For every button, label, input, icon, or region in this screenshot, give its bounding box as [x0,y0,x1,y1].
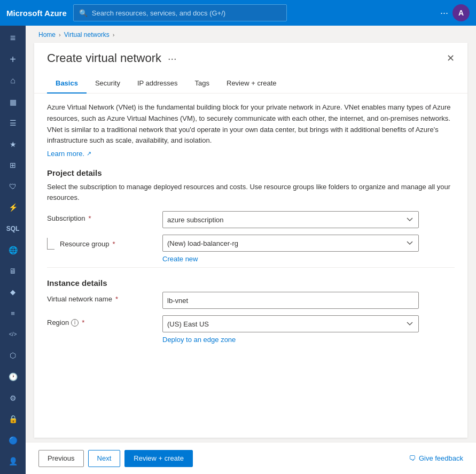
resource-group-row: Resource group * (New) load-balancer-rg … [47,235,455,263]
panel-header: Create virtual network ··· ✕ [34,43,467,65]
subscription-select[interactable]: azure subscription [162,211,419,228]
region-required: * [82,318,84,327]
previous-button[interactable]: Previous [38,450,84,467]
instance-details-heading: Instance details [47,278,455,287]
panel-more-icon[interactable]: ··· [168,52,177,65]
breadcrumb-home[interactable]: Home [38,31,56,38]
subscription-required: * [89,214,91,222]
sidebar-home-icon[interactable]: ⌂ [0,70,26,91]
sidebar: ≡ + ⌂ ▦ ☰ ★ ⊞ 🛡 ⚡ SQL 🌐 🖥 ◆ ≡ </> ⬡ 🕐 ⚙ … [0,26,26,474]
user-avatar[interactable]: A [452,4,470,21]
sidebar-menu-icon[interactable]: ☰ [0,112,26,134]
project-description: Select the subscription to manage deploy… [47,182,455,203]
sidebar-clock-icon[interactable]: 🕐 [0,366,26,387]
content-area: Home › Virtual networks › Create virtual… [26,26,476,474]
sidebar-add-icon[interactable]: + [0,49,26,71]
region-select[interactable]: (US) East US [162,315,419,332]
sidebar-shield-icon[interactable]: 🛡 [0,176,26,197]
more-options-icon[interactable]: ··· [440,7,448,19]
vnet-name-row: Virtual network name * [47,292,455,309]
azure-brand: Microsoft Azure [6,9,67,18]
give-feedback-button[interactable]: 🗨 Give feedback [409,454,463,462]
tab-security[interactable]: Security [87,74,129,94]
search-input[interactable] [92,9,281,17]
subscription-control: azure subscription [162,211,419,228]
resource-group-required: * [113,240,115,248]
create-new-link[interactable]: Create new [162,255,419,263]
sidebar-apps-icon[interactable]: ⊞ [0,154,26,176]
vnet-description: Azure Virtual Network (VNet) is the fund… [47,102,455,146]
main-layout: ≡ + ⌂ ▦ ☰ ★ ⊞ 🛡 ⚡ SQL 🌐 🖥 ◆ ≡ </> ⬡ 🕐 ⚙ … [0,26,476,474]
deploy-edge-zone-link[interactable]: Deploy to an edge zone [162,336,419,344]
resource-group-select[interactable]: (New) load-balancer-rg [162,235,419,252]
sidebar-gear-icon[interactable]: ⚙ [0,387,26,409]
vnet-name-control [162,292,419,309]
sidebar-favorites-icon[interactable]: ★ [0,134,26,155]
sidebar-list-icon[interactable]: ≡ [0,303,26,324]
sidebar-cube-icon[interactable]: ⬡ [0,345,26,367]
tab-tags[interactable]: Tags [186,74,218,94]
project-details-heading: Project details [47,168,455,177]
vnet-name-required: * [115,295,118,303]
tab-bar: Basics Security IP addresses Tags Review… [34,74,467,94]
sidebar-network-icon[interactable]: 🌐 [0,239,26,261]
breadcrumb-sep2: › [113,32,115,38]
external-link-icon: ↗ [87,150,91,157]
panel-body: Azure Virtual Network (VNet) is the fund… [34,94,467,438]
tab-review-create[interactable]: Review + create [218,74,285,94]
region-label: Region i * [47,315,154,327]
sidebar-diamond-icon[interactable]: ◆ [0,282,26,303]
sidebar-lightning-icon[interactable]: ⚡ [0,197,26,219]
panel-title: Create virtual network [47,51,161,65]
breadcrumb-virtual-networks[interactable]: Virtual networks [64,31,110,38]
region-row: Region i * (US) East US Deploy to an edg… [47,315,455,344]
resource-group-label-wrapper: Resource group * [47,235,154,250]
review-create-button[interactable]: Review + create [124,450,193,467]
subscription-row: Subscription * azure subscription [47,211,455,228]
sidebar-sql-icon[interactable]: SQL [0,218,26,239]
breadcrumb: Home › Virtual networks › [26,26,476,38]
breadcrumb-sep1: › [59,32,61,38]
tab-ip-addresses[interactable]: IP addresses [129,74,186,94]
sidebar-lock-icon[interactable]: 🔒 [0,408,26,430]
search-icon: 🔍 [79,9,88,17]
feedback-icon: 🗨 [409,454,416,462]
region-control: (US) East US Deploy to an edge zone [162,315,419,344]
region-info-icon[interactable]: i [71,319,79,327]
main-panel: Create virtual network ··· ✕ Basics Secu… [34,43,467,438]
top-bar-right: ··· A [440,4,470,21]
section-divider [47,267,455,268]
resource-group-control: (New) load-balancer-rg Create new [162,235,419,263]
subscription-label: Subscription * [47,211,154,222]
bottom-bar: Previous Next Review + create 🗨 Give fee… [26,442,476,474]
top-bar: Microsoft Azure 🔍 ··· A [0,0,476,26]
search-bar[interactable]: 🔍 [73,4,287,21]
learn-more-link[interactable]: Learn more. ↗ [47,150,91,158]
sidebar-expand-icon[interactable]: ≡ [0,28,26,49]
resource-group-label: Resource group [60,240,110,248]
close-button[interactable]: ✕ [447,52,455,64]
sidebar-monitor-icon[interactable]: 🖥 [0,260,26,282]
tab-basics[interactable]: Basics [47,74,87,94]
next-button[interactable]: Next [88,450,121,467]
sidebar-dashboard-icon[interactable]: ▦ [0,91,26,113]
sidebar-person-icon[interactable]: 👤 [0,451,26,472]
sidebar-circle-icon[interactable]: 🔵 [0,430,26,451]
sidebar-code-icon[interactable]: </> [0,324,26,345]
vnet-name-label: Virtual network name * [47,292,154,303]
panel-title-row: Create virtual network ··· [47,51,177,65]
vnet-name-input[interactable] [162,292,419,309]
